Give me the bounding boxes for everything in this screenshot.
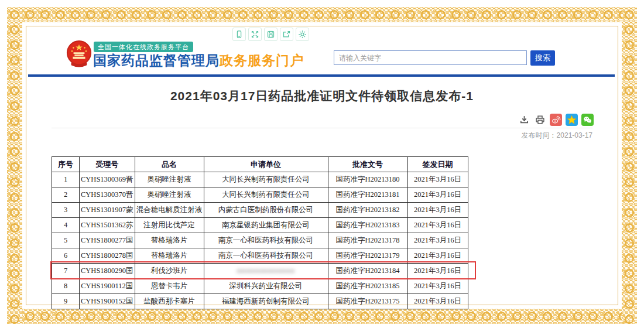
col-header-acceptance-no: 受理号	[80, 157, 135, 172]
page-title: 2021年03月17日药品批准证明文件待领取信息发布-1	[53, 88, 591, 104]
col-header-index: 序号	[52, 157, 80, 172]
platform-badge: 全国一体化在线政务服务平台	[94, 42, 193, 52]
gold-border-top	[7, 7, 637, 22]
save-icon[interactable]	[264, 28, 278, 41]
gold-border-right	[622, 7, 637, 324]
table-row: 9CYHS1900152国盐酸西那卡塞片福建海西新药创制有限公司国药准字H202…	[52, 294, 468, 309]
qzone-share-icon[interactable]	[566, 114, 578, 126]
settings-icon[interactable]	[296, 28, 309, 41]
mobile-icon[interactable]	[232, 28, 246, 41]
table-row-highlighted: 7CYHS1800290国利伐沙班片 ■■■■■■■■■■■■■ 国药准字H20…	[52, 264, 468, 279]
approval-table: 序号 受理号 品名 申请单位 批准文号 签发日期 1CYHS1300369晋奥硝…	[52, 156, 468, 309]
title-separator	[52, 128, 592, 128]
article-actions	[518, 114, 594, 126]
table-row: 6CYHS1800278国替格瑞洛片南京一心和医药科技有限公司国药准字H2021…	[52, 248, 468, 264]
table-header-row: 序号 受理号 品名 申请单位 批准文号 签发日期	[52, 157, 468, 172]
table-row: 3CYHS1301907蒙混合糖电解质注射液内蒙古白医制药股份有限公司国药准字H…	[52, 203, 468, 218]
table-row: 8CYHS1900112国恩替卡韦片深圳科兴药业有限公司国药准字H2021318…	[52, 279, 468, 294]
download-icon[interactable]	[518, 114, 530, 126]
col-header-applicant: 申请单位	[204, 157, 328, 172]
accessibility-toolbar	[232, 28, 309, 41]
search-bar: 搜索	[334, 50, 555, 66]
search-input[interactable]	[334, 50, 527, 65]
table-row: 5CYHS1800277国替格瑞洛片南京一心和医药科技有限公司国药准字H2021…	[52, 233, 468, 248]
col-header-approval-no: 批准文号	[328, 157, 407, 172]
national-emblem-logo	[66, 40, 93, 68]
table-row: 1CYHS1300369晋奥硝唑注射液大同长兴制药有限责任公司国药准字H2021…	[52, 172, 468, 187]
header-divider	[28, 74, 615, 77]
page: 全国一体化在线政务服务平台 国家药品监督管理局政务服务门户	[0, 0, 644, 331]
portal-suffix: 政务服务门户	[220, 53, 304, 68]
wechat-share-icon[interactable]	[581, 114, 594, 126]
blurred-text: ■■■■■■■■■■■■■	[237, 267, 294, 274]
table-row: 4CYHS1501362苏注射用比伐芦定南京星银药业集团有限公司国药准字H202…	[52, 218, 468, 233]
gold-border-bottom	[7, 309, 637, 324]
weibo-share-icon[interactable]	[550, 114, 562, 126]
print-icon[interactable]	[534, 114, 546, 126]
gold-border-left	[7, 7, 22, 324]
share-icon[interactable]	[280, 28, 293, 41]
redacted-applicant-cell: ■■■■■■■■■■■■■	[204, 264, 328, 279]
publish-time: 发布时间：2021-03-17	[52, 131, 592, 141]
org-name: 国家药品监督管理局	[93, 53, 220, 68]
site-title: 国家药品监督管理局政务服务门户	[93, 52, 304, 70]
search-button[interactable]: 搜索	[530, 50, 555, 66]
col-header-issue-date: 签发日期	[407, 157, 468, 172]
table-row: 2CYHS1300370晋奥硝唑注射液大同长兴制药有限责任公司国药准字H2021…	[52, 187, 468, 203]
col-header-drug-name: 品名	[135, 157, 204, 172]
fullscreen-icon[interactable]	[248, 28, 262, 41]
